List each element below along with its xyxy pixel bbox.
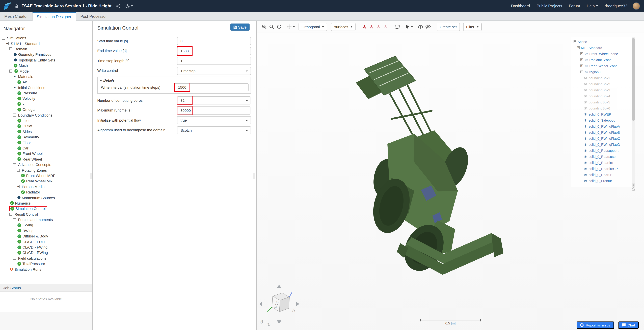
user-avatar[interactable] <box>632 2 640 10</box>
visibility-eye-icon[interactable] <box>584 149 587 152</box>
rotate-up-arrow[interactable] <box>277 285 282 288</box>
nav-tree-item[interactable]: −S1 M1 - Standard <box>0 41 92 46</box>
nav-tree-item[interactable]: −Advanced Concepts <box>0 162 92 168</box>
hidden-eye-icon[interactable] <box>584 88 587 92</box>
hidden-eye-icon[interactable] <box>584 107 587 110</box>
scene-tree-item[interactable]: solid_0_ReartireCP <box>573 166 630 172</box>
nav-dashboard[interactable]: Dashboard <box>511 4 530 8</box>
simscale-logo-icon[interactable] <box>3 2 12 10</box>
nav-tree-item[interactable]: −Materials <box>0 74 92 79</box>
orientation-cube[interactable]: LEFT <box>266 290 293 316</box>
nav-tree-item[interactable]: ✓RWing <box>0 228 92 233</box>
rotate-ccw-icon[interactable]: ↺ <box>259 319 264 325</box>
nav-tree-item[interactable]: ✓Air <box>0 79 92 85</box>
nav-tree-item[interactable]: ✓Radiator <box>0 190 92 195</box>
scene-tree-item[interactable]: −M1 - Standard <box>573 45 630 51</box>
collapse-icon[interactable]: − <box>10 70 12 73</box>
nav-tree-item[interactable]: ✓Omega <box>0 107 92 112</box>
input-field[interactable]: 0 <box>177 37 251 45</box>
input-field[interactable]: 30000 <box>177 106 251 114</box>
collapse-icon[interactable]: − <box>17 185 20 188</box>
select-cursor-icon[interactable] <box>404 23 414 31</box>
scene-tree-item[interactable]: +Front_Wheel_Zone <box>573 51 630 57</box>
nav-tree-item[interactable]: −Simulations <box>0 35 92 41</box>
expand-icon[interactable]: + <box>580 52 583 55</box>
nav-tree-item[interactable]: −Porous Media <box>0 184 92 190</box>
scene-tree-item[interactable]: solid_0_Radsupport <box>573 147 630 153</box>
nav-tree-item[interactable]: ✓Inlet <box>0 118 92 123</box>
scene-tree-scrollbar[interactable] <box>632 37 635 187</box>
collapse-icon[interactable]: − <box>10 48 12 51</box>
scene-tree-item[interactable]: solid_0_RWingFlapD <box>573 141 630 147</box>
hidden-eye-icon[interactable] <box>584 76 587 79</box>
box-select-icon[interactable] <box>394 23 401 31</box>
nav-tree-item[interactable]: −Forces and moments <box>0 217 92 223</box>
hidden-eye-icon[interactable] <box>584 82 587 85</box>
hidden-eye-icon[interactable] <box>584 101 587 104</box>
expand-icon[interactable]: + <box>580 58 583 61</box>
create-set-button[interactable]: Create set <box>437 23 460 31</box>
rotate-right-arrow[interactable] <box>296 302 299 306</box>
nav-help[interactable]: Help <box>587 4 598 8</box>
nav-tree-item[interactable]: ✓Outlet <box>0 123 92 129</box>
nav-tree-item[interactable]: Topological Entity Sets <box>0 57 92 63</box>
collapse-icon[interactable]: − <box>580 71 583 73</box>
tab-post-processor[interactable]: Post-Processor <box>76 12 111 21</box>
input-field[interactable]: 1500 <box>175 83 248 91</box>
nav-tree-item[interactable]: ✓CL/CD - FWing <box>0 245 92 250</box>
nav-tree-item[interactable]: ✓Front Wheel MRF <box>0 173 92 179</box>
collapse-icon[interactable]: − <box>13 218 16 221</box>
collapse-icon[interactable]: − <box>17 169 20 172</box>
nav-tree-item[interactable]: ✓Simulation Control <box>0 206 92 211</box>
nav-tree-item[interactable]: −Rotating Zones <box>0 168 92 173</box>
nav-tree-item[interactable]: ✓Numerics <box>0 200 92 206</box>
scene-tree-item[interactable]: +Radiator_Zone <box>573 57 630 63</box>
nav-tree-item[interactable]: ✓FWing <box>0 223 92 228</box>
rotate-cw-icon[interactable]: ↻ <box>267 322 271 327</box>
visibility-eye-icon[interactable] <box>584 119 587 122</box>
username[interactable]: drodriguez32 <box>605 4 627 8</box>
nav-tree-item[interactable]: ✓Sides <box>0 129 92 134</box>
select-faces-filter-icon[interactable] <box>368 23 375 31</box>
hidden-eye-icon[interactable] <box>584 95 587 98</box>
nav-tree-item[interactable]: ✓Car <box>0 145 92 151</box>
collapse-icon[interactable]: − <box>13 163 16 166</box>
visibility-eye-icon[interactable] <box>584 113 587 116</box>
expand-icon[interactable]: + <box>580 65 583 67</box>
panel-resize-handle[interactable] <box>632 187 635 191</box>
nav-tree-item[interactable]: ✓Diffuser & Body <box>0 233 92 239</box>
share-icon[interactable] <box>116 4 121 9</box>
chat-button[interactable]: Chat <box>618 321 639 329</box>
nav-tree-item[interactable]: ✓Floor <box>0 140 92 145</box>
scene-tree-item[interactable]: boundingBox3 <box>573 87 630 93</box>
scene-tree-item[interactable]: boundingBox6 <box>573 105 630 111</box>
navigator-collapse-handle[interactable]: ‹ <box>90 173 92 179</box>
nav-tree-item[interactable]: ✓Rear Wheel <box>0 156 92 162</box>
collapse-icon[interactable]: − <box>13 113 16 116</box>
visibility-eye-icon[interactable] <box>584 167 587 170</box>
select-volumes-filter-icon[interactable] <box>361 23 368 31</box>
nav-tree-item[interactable]: Geometry Primitives <box>0 52 92 57</box>
nav-tree-item[interactable]: ✓Pressure <box>0 90 92 96</box>
nav-tree-item[interactable]: ✓Mesh <box>0 63 92 68</box>
visibility-eye-icon[interactable] <box>584 143 587 146</box>
panel-collapse-handle[interactable]: ‹ <box>253 173 255 179</box>
scrollbar-thumb[interactable] <box>632 38 634 121</box>
scene-tree-item[interactable]: solid_0_RWingFlapA <box>573 123 630 129</box>
scene-tree-item[interactable]: solid_0_Rearur <box>573 172 630 178</box>
collapse-icon[interactable]: − <box>10 213 12 216</box>
nav-tree-item[interactable]: ✓CL/CD - FULL <box>0 239 92 245</box>
hide-selection-eye-icon[interactable] <box>424 23 432 31</box>
render-mode-dropdown[interactable]: surfaces <box>331 23 356 31</box>
scene-tree-item[interactable]: solid_0_RWingFlapC <box>573 135 630 141</box>
save-button[interactable]: Save <box>230 24 250 31</box>
nav-tree-item[interactable]: ✓k <box>0 101 92 107</box>
visibility-eye-icon[interactable] <box>584 52 588 55</box>
show-all-eye-icon[interactable] <box>416 23 424 31</box>
nav-tree-item[interactable]: ✓CL/CD - RWing <box>0 250 92 255</box>
projection-dropdown[interactable]: Orthogonal <box>298 23 327 31</box>
nav-tree-item[interactable]: ✓Velocity <box>0 96 92 101</box>
nav-tree-item[interactable]: −✓Model <box>0 68 92 74</box>
tab-mesh-creator[interactable]: Mesh Creator <box>0 12 32 21</box>
nav-tree-item[interactable]: −Result Control <box>0 211 92 217</box>
